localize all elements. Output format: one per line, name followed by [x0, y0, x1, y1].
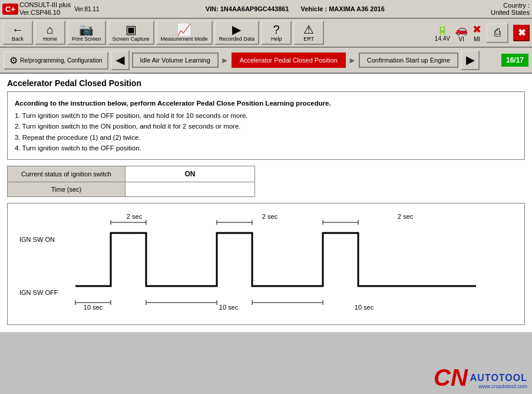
time-row: Time (sec): [8, 182, 525, 197]
home-label: Home: [43, 36, 57, 42]
next-arrow-icon: ▶: [466, 54, 474, 67]
breadcrumb-bar: ⚙ Re/programming, Configuration ◀ Idle A…: [0, 48, 532, 74]
mi-status: ✖ MI: [472, 23, 481, 42]
prev-arrow-icon: ◀: [116, 54, 124, 67]
print-screen-button[interactable]: 📷 Print Screen: [67, 21, 106, 45]
waveform-svg: IGN SW ON IGN SW OFF 2 sec 2 sec 2 sec: [16, 209, 523, 316]
status-table: Current status of ignition switch ON Tim…: [7, 166, 525, 197]
back-label: Back: [12, 36, 24, 42]
home-button[interactable]: ⌂ Home: [35, 21, 65, 45]
2sec-label-1: 2 sec: [127, 213, 143, 220]
2sec-label-3: 2 sec: [398, 213, 414, 220]
breadcrumb-step3[interactable]: Confirmation Start up Engine: [359, 52, 458, 68]
recorded-data-icon: ▶: [232, 24, 241, 35]
instructions-bold: According to the instruction below, perf…: [15, 98, 517, 109]
help-button[interactable]: ? Help: [261, 21, 292, 45]
measurement-mode-button[interactable]: 📈 Measurement Mode: [156, 21, 213, 45]
vin-display: VIN: 1N4AA6AP9GC443861: [206, 5, 289, 12]
ert-button[interactable]: ⚠ ERT: [293, 21, 324, 45]
app-name: CONSULT-III plus Ver.CSP46.10: [19, 1, 71, 17]
battery-icon: 🔋: [437, 24, 448, 35]
ignition-status-row: Current status of ignition switch ON: [8, 166, 525, 182]
vi-status: 🚗 VI: [455, 23, 468, 42]
app-logo: C+: [2, 4, 18, 15]
ignition-status-value: ON: [125, 166, 255, 182]
vehicle-info: VIN: 1N4AA6AP9GC443861 Vehicle : MAXIMA …: [206, 5, 385, 12]
screen-capture-label: Screen Capture: [113, 36, 150, 42]
next-step-button[interactable]: ▶: [461, 50, 480, 70]
waveform-diagram: IGN SW ON IGN SW OFF 2 sec 2 sec 2 sec: [7, 203, 525, 325]
top-bar: C+ CONSULT-III plus Ver.CSP46.10 Ver.81.…: [0, 0, 532, 19]
prev-step-button[interactable]: ◀: [111, 50, 130, 70]
ign-sw-off-label: IGN SW OFF: [19, 289, 58, 296]
page-title: Accelerator Pedal Closed Position: [7, 78, 525, 88]
status-icons: 🔋 14.4V 🚗 VI ✖ MI ⎙ ✖: [435, 23, 530, 43]
watermark-autotool: AUTOTOOL: [470, 373, 527, 383]
help-label: Help: [271, 36, 282, 42]
toolbar: ← Back ⌂ Home 📷 Print Screen ▣ Screen Ca…: [0, 19, 532, 48]
vehicle-display: Vehicle : MAXIMA A36 2016: [301, 5, 385, 12]
battery-status: 🔋 14.4V: [435, 24, 450, 42]
instruction-2: 2. Turn ignition switch to the ON positi…: [15, 121, 517, 132]
screen-capture-button[interactable]: ▣ Screen Capture: [108, 21, 154, 45]
watermark-url: www.cnautotool.com: [470, 383, 527, 389]
instruction-1: 1. Turn ignition switch to the OFF posit…: [15, 110, 517, 121]
measurement-icon: 📈: [177, 24, 191, 35]
country-display: Country :United States: [491, 2, 530, 16]
watermark-cn: CN: [434, 366, 468, 389]
print-icon: 📷: [79, 24, 94, 35]
print-label: Print Screen: [72, 36, 101, 42]
ign-sw-on-label: IGN SW ON: [19, 236, 55, 243]
instruction-3: 3. Repeat the procedure (1) and (2) twic…: [15, 132, 517, 143]
time-value: [125, 182, 255, 197]
instructions-box: According to the instruction below, perf…: [7, 91, 525, 160]
breadcrumb-separator2: ►: [348, 55, 356, 65]
help-icon: ?: [273, 24, 280, 35]
breadcrumb-step1[interactable]: Idle Air Volume Learning: [132, 52, 219, 68]
recorded-data-label: Recorded Data: [219, 36, 255, 42]
instruction-4: 4. Turn ignition switch to the OFF posit…: [15, 143, 517, 153]
time-label: Time (sec): [8, 182, 125, 197]
ert-label: ERT: [303, 36, 314, 42]
main-content: Accelerator Pedal Closed Position Accord…: [0, 74, 532, 332]
app-branding: C+ CONSULT-III plus Ver.CSP46.10 Ver.81.…: [2, 1, 99, 17]
10sec-label-3: 10 sec: [355, 304, 374, 311]
back-icon: ←: [12, 24, 24, 35]
waveform-line: [75, 233, 476, 286]
measurement-label: Measurement Mode: [161, 36, 208, 42]
mi-cross-icon: ✖: [472, 23, 481, 36]
ert-icon: ⚠: [303, 24, 314, 35]
10sec-label-1: 10 sec: [84, 304, 103, 311]
vi-icon: 🚗: [455, 23, 468, 36]
screen-capture-icon: ▣: [125, 24, 137, 35]
breadcrumb-step2-active[interactable]: Accelerator Pedal Closed Position: [232, 52, 346, 68]
recorded-data-button[interactable]: ▶ Recorded Data: [214, 21, 260, 45]
watermark: CN AUTOTOOL www.cnautotool.com: [434, 366, 527, 389]
printer-icon: ⎙: [494, 27, 501, 39]
step-counter: 16/17: [501, 54, 528, 67]
ignition-status-label: Current status of ignition switch: [8, 166, 125, 182]
version-label: Ver.81.11: [74, 6, 99, 12]
close-button[interactable]: ✖: [513, 25, 530, 41]
reprogram-icon: ⚙: [9, 55, 18, 66]
2sec-label-2: 2 sec: [262, 213, 278, 220]
home-icon: ⌂: [47, 24, 54, 35]
back-button[interactable]: ← Back: [2, 21, 33, 45]
printer-button[interactable]: ⎙: [486, 23, 508, 43]
10sec-label-2: 10 sec: [219, 304, 239, 311]
reprogram-label: Re/programming, Configuration: [20, 57, 103, 64]
reprogram-button[interactable]: ⚙ Re/programming, Configuration: [4, 51, 108, 70]
close-icon: ✖: [518, 27, 526, 38]
breadcrumb-separator1: ►: [221, 55, 229, 65]
